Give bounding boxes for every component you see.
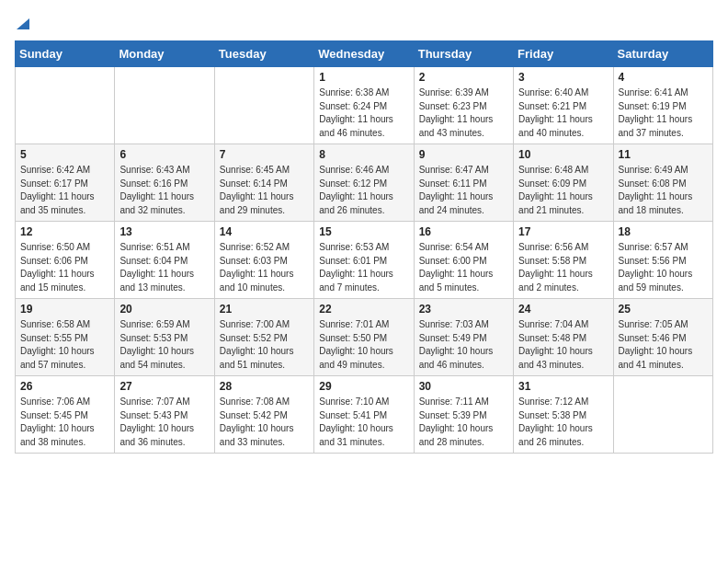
day-info: Sunrise: 6:47 AM Sunset: 6:11 PM Dayligh… xyxy=(419,164,508,217)
weekday-header-monday: Monday xyxy=(115,41,214,67)
calendar-week-row: 5Sunrise: 6:42 AM Sunset: 6:17 PM Daylig… xyxy=(16,144,713,222)
calendar-cell: 3Sunrise: 6:40 AM Sunset: 6:21 PM Daylig… xyxy=(514,67,613,144)
day-info: Sunrise: 6:53 AM Sunset: 6:01 PM Dayligh… xyxy=(319,241,408,294)
day-info: Sunrise: 6:56 AM Sunset: 5:58 PM Dayligh… xyxy=(518,241,608,294)
day-info: Sunrise: 6:57 AM Sunset: 5:56 PM Dayligh… xyxy=(619,241,708,294)
day-info: Sunrise: 7:00 AM Sunset: 5:52 PM Dayligh… xyxy=(220,318,309,372)
day-info: Sunrise: 6:59 AM Sunset: 5:53 PM Dayligh… xyxy=(119,318,209,372)
calendar-week-row: 1Sunrise: 6:38 AM Sunset: 6:24 PM Daylig… xyxy=(16,67,713,144)
day-number: 21 xyxy=(220,303,309,316)
day-info: Sunrise: 7:08 AM Sunset: 5:42 PM Dayligh… xyxy=(220,396,309,449)
header xyxy=(15,15,713,31)
day-number: 9 xyxy=(419,148,508,161)
calendar-cell: 6Sunrise: 6:43 AM Sunset: 6:16 PM Daylig… xyxy=(115,144,214,222)
calendar-cell: 27Sunrise: 7:07 AM Sunset: 5:43 PM Dayli… xyxy=(115,376,214,454)
day-number: 11 xyxy=(619,148,708,161)
calendar-table: SundayMondayTuesdayWednesdayThursdayFrid… xyxy=(15,40,713,454)
day-number: 12 xyxy=(20,225,109,238)
day-number: 7 xyxy=(220,148,309,161)
day-number: 18 xyxy=(619,225,708,238)
day-info: Sunrise: 6:40 AM Sunset: 6:21 PM Dayligh… xyxy=(518,86,608,140)
day-number: 16 xyxy=(419,225,508,238)
calendar-cell: 11Sunrise: 6:49 AM Sunset: 6:08 PM Dayli… xyxy=(613,144,712,222)
calendar-cell: 21Sunrise: 7:00 AM Sunset: 5:52 PM Dayli… xyxy=(214,299,313,376)
calendar-cell xyxy=(16,67,115,144)
day-info: Sunrise: 7:01 AM Sunset: 5:50 PM Dayligh… xyxy=(319,318,408,372)
day-info: Sunrise: 6:48 AM Sunset: 6:09 PM Dayligh… xyxy=(518,164,608,217)
calendar-cell: 17Sunrise: 6:56 AM Sunset: 5:58 PM Dayli… xyxy=(514,222,613,299)
day-info: Sunrise: 6:39 AM Sunset: 6:23 PM Dayligh… xyxy=(419,86,508,140)
day-number: 13 xyxy=(119,225,209,238)
day-info: Sunrise: 6:58 AM Sunset: 5:55 PM Dayligh… xyxy=(20,318,109,372)
calendar-cell: 1Sunrise: 6:38 AM Sunset: 6:24 PM Daylig… xyxy=(314,67,414,144)
day-info: Sunrise: 6:43 AM Sunset: 6:16 PM Dayligh… xyxy=(119,164,209,217)
day-number: 24 xyxy=(518,303,608,316)
day-info: Sunrise: 7:12 AM Sunset: 5:38 PM Dayligh… xyxy=(518,396,608,449)
day-number: 8 xyxy=(319,148,408,161)
weekday-header-friday: Friday xyxy=(514,41,613,67)
calendar-cell: 4Sunrise: 6:41 AM Sunset: 6:19 PM Daylig… xyxy=(613,67,712,144)
calendar-cell: 30Sunrise: 7:11 AM Sunset: 5:39 PM Dayli… xyxy=(414,376,513,454)
calendar-cell: 28Sunrise: 7:08 AM Sunset: 5:42 PM Dayli… xyxy=(214,376,313,454)
day-number: 27 xyxy=(119,380,209,393)
calendar-cell: 16Sunrise: 6:54 AM Sunset: 6:00 PM Dayli… xyxy=(414,222,513,299)
day-number: 15 xyxy=(319,225,408,238)
day-number: 30 xyxy=(419,380,508,393)
calendar-cell: 8Sunrise: 6:46 AM Sunset: 6:12 PM Daylig… xyxy=(314,144,414,222)
calendar-cell: 14Sunrise: 6:52 AM Sunset: 6:03 PM Dayli… xyxy=(214,222,313,299)
calendar-cell: 12Sunrise: 6:50 AM Sunset: 6:06 PM Dayli… xyxy=(16,222,115,299)
weekday-header-sunday: Sunday xyxy=(16,41,115,67)
calendar-cell: 18Sunrise: 6:57 AM Sunset: 5:56 PM Dayli… xyxy=(613,222,712,299)
day-number: 19 xyxy=(20,303,109,316)
logo xyxy=(15,15,29,31)
day-number: 5 xyxy=(20,148,109,161)
weekday-header-tuesday: Tuesday xyxy=(214,41,313,67)
day-info: Sunrise: 6:45 AM Sunset: 6:14 PM Dayligh… xyxy=(220,164,309,217)
day-number: 23 xyxy=(419,303,508,316)
day-info: Sunrise: 6:41 AM Sunset: 6:19 PM Dayligh… xyxy=(619,86,708,140)
day-number: 22 xyxy=(319,303,408,316)
day-number: 31 xyxy=(518,380,608,393)
calendar-cell: 24Sunrise: 7:04 AM Sunset: 5:48 PM Dayli… xyxy=(514,299,613,376)
calendar-cell: 25Sunrise: 7:05 AM Sunset: 5:46 PM Dayli… xyxy=(613,299,712,376)
day-number: 6 xyxy=(119,148,209,161)
day-number: 20 xyxy=(119,303,209,316)
svg-marker-0 xyxy=(17,18,29,29)
day-number: 25 xyxy=(619,303,708,316)
day-info: Sunrise: 6:46 AM Sunset: 6:12 PM Dayligh… xyxy=(319,164,408,217)
weekday-header-row: SundayMondayTuesdayWednesdayThursdayFrid… xyxy=(16,41,713,67)
day-info: Sunrise: 7:10 AM Sunset: 5:41 PM Dayligh… xyxy=(319,396,408,449)
calendar-cell: 31Sunrise: 7:12 AM Sunset: 5:38 PM Dayli… xyxy=(514,376,613,454)
day-info: Sunrise: 6:52 AM Sunset: 6:03 PM Dayligh… xyxy=(220,241,309,294)
calendar-cell: 23Sunrise: 7:03 AM Sunset: 5:49 PM Dayli… xyxy=(414,299,513,376)
calendar-cell: 19Sunrise: 6:58 AM Sunset: 5:55 PM Dayli… xyxy=(16,299,115,376)
logo-icon xyxy=(17,15,29,33)
weekday-header-wednesday: Wednesday xyxy=(314,41,414,67)
day-number: 4 xyxy=(619,71,708,84)
calendar-cell: 29Sunrise: 7:10 AM Sunset: 5:41 PM Dayli… xyxy=(314,376,414,454)
calendar-cell xyxy=(613,376,712,454)
calendar-cell: 10Sunrise: 6:48 AM Sunset: 6:09 PM Dayli… xyxy=(514,144,613,222)
calendar-week-row: 19Sunrise: 6:58 AM Sunset: 5:55 PM Dayli… xyxy=(16,299,713,376)
weekday-header-thursday: Thursday xyxy=(414,41,513,67)
day-number: 26 xyxy=(20,380,109,393)
day-info: Sunrise: 7:04 AM Sunset: 5:48 PM Dayligh… xyxy=(518,318,608,372)
calendar-cell: 26Sunrise: 7:06 AM Sunset: 5:45 PM Dayli… xyxy=(16,376,115,454)
day-info: Sunrise: 7:11 AM Sunset: 5:39 PM Dayligh… xyxy=(419,396,508,449)
day-info: Sunrise: 7:06 AM Sunset: 5:45 PM Dayligh… xyxy=(20,396,109,449)
day-number: 14 xyxy=(220,225,309,238)
calendar-cell: 2Sunrise: 6:39 AM Sunset: 6:23 PM Daylig… xyxy=(414,67,513,144)
calendar-cell: 20Sunrise: 6:59 AM Sunset: 5:53 PM Dayli… xyxy=(115,299,214,376)
day-info: Sunrise: 6:50 AM Sunset: 6:06 PM Dayligh… xyxy=(20,241,109,294)
day-info: Sunrise: 6:54 AM Sunset: 6:00 PM Dayligh… xyxy=(419,241,508,294)
day-info: Sunrise: 6:51 AM Sunset: 6:04 PM Dayligh… xyxy=(119,241,209,294)
day-number: 1 xyxy=(319,71,408,84)
calendar-cell: 9Sunrise: 6:47 AM Sunset: 6:11 PM Daylig… xyxy=(414,144,513,222)
calendar-cell: 7Sunrise: 6:45 AM Sunset: 6:14 PM Daylig… xyxy=(214,144,313,222)
calendar-cell: 15Sunrise: 6:53 AM Sunset: 6:01 PM Dayli… xyxy=(314,222,414,299)
day-info: Sunrise: 6:38 AM Sunset: 6:24 PM Dayligh… xyxy=(319,86,408,140)
day-number: 10 xyxy=(518,148,608,161)
day-number: 29 xyxy=(319,380,408,393)
day-info: Sunrise: 6:49 AM Sunset: 6:08 PM Dayligh… xyxy=(619,164,708,217)
calendar-week-row: 12Sunrise: 6:50 AM Sunset: 6:06 PM Dayli… xyxy=(16,222,713,299)
